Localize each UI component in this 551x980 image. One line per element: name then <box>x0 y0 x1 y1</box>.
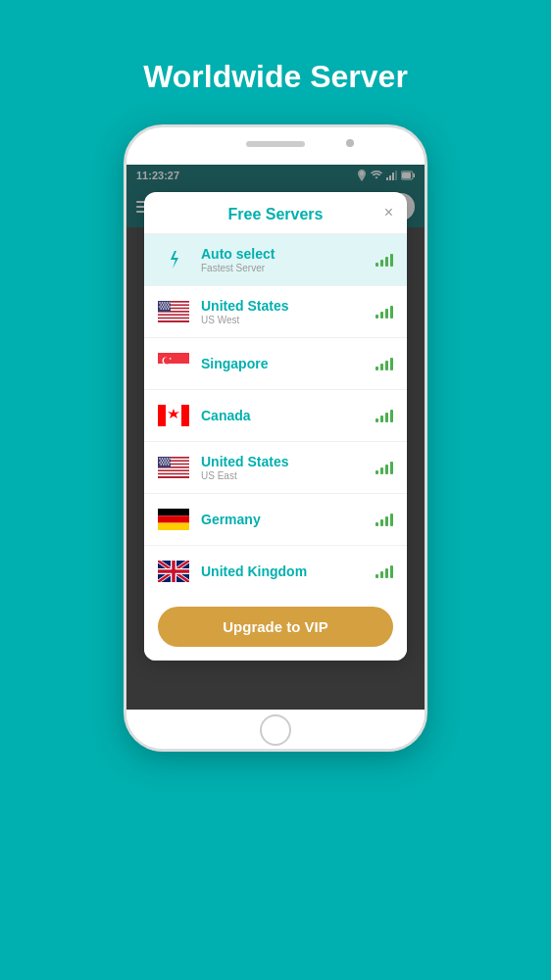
svg-point-67 <box>163 464 165 466</box>
svg-point-27 <box>159 306 161 308</box>
svg-point-35 <box>168 308 170 310</box>
de-info: Germany <box>201 512 376 527</box>
us-west-signal <box>376 305 393 318</box>
flag-ca <box>158 400 189 431</box>
svg-point-61 <box>159 462 161 464</box>
server-item-us-west[interactable]: United States US West <box>144 286 407 338</box>
svg-rect-48 <box>158 468 189 470</box>
svg-marker-9 <box>171 251 178 269</box>
sg-name: Singapore <box>201 356 376 371</box>
phone-camera <box>346 139 354 147</box>
svg-point-58 <box>163 460 165 462</box>
gb-signal <box>376 564 393 578</box>
svg-point-19 <box>162 302 164 304</box>
svg-point-69 <box>168 464 170 466</box>
auto-select-icon <box>158 244 189 275</box>
close-button[interactable]: × <box>384 205 393 220</box>
phone-screen: 11:23:27 <box>126 165 425 710</box>
svg-point-31 <box>169 306 171 308</box>
phone-speaker <box>246 141 305 147</box>
svg-rect-16 <box>158 318 189 320</box>
svg-point-60 <box>168 460 170 462</box>
svg-point-55 <box>167 458 169 460</box>
svg-rect-50 <box>158 474 189 476</box>
ca-info: Canada <box>201 408 376 423</box>
vip-upgrade-button[interactable]: Upgrade to VIP <box>158 607 393 647</box>
server-item-auto[interactable]: Auto select Fastest Server <box>144 234 407 286</box>
page-title: Worldwide Server <box>143 59 408 95</box>
phone-bottom-bar <box>126 710 425 749</box>
auto-select-name: Auto select <box>201 246 376 262</box>
auto-select-info: Auto select Fastest Server <box>201 246 376 273</box>
svg-point-24 <box>163 304 165 306</box>
de-signal <box>376 513 393 526</box>
modal-header: Free Servers × <box>144 192 407 234</box>
sg-info: Singapore <box>201 356 376 371</box>
us-west-info: United States US West <box>201 298 376 325</box>
svg-point-34 <box>165 308 167 310</box>
svg-point-52 <box>159 458 161 460</box>
svg-rect-15 <box>158 316 189 318</box>
server-item-us-east[interactable]: United States US East <box>144 442 407 494</box>
svg-point-63 <box>164 462 166 464</box>
us-east-sub: US East <box>201 470 376 481</box>
svg-point-33 <box>163 308 165 310</box>
svg-rect-42 <box>158 405 166 426</box>
svg-point-26 <box>168 304 170 306</box>
svg-point-59 <box>165 460 167 462</box>
svg-point-25 <box>165 304 167 306</box>
server-item-ca[interactable]: Canada <box>144 390 407 442</box>
sg-signal <box>376 357 393 370</box>
svg-point-65 <box>169 462 171 464</box>
svg-rect-43 <box>181 405 189 426</box>
flag-de <box>158 504 189 535</box>
modal-title: Free Servers <box>228 206 324 223</box>
svg-point-20 <box>164 302 166 304</box>
auto-select-sub: Fastest Server <box>201 263 376 273</box>
home-button[interactable] <box>260 714 291 746</box>
flag-us-east <box>158 452 189 483</box>
us-east-signal <box>376 461 393 474</box>
svg-point-53 <box>162 458 164 460</box>
svg-point-64 <box>167 462 169 464</box>
svg-point-23 <box>160 304 162 306</box>
modal-overlay: Free Servers × Auto select <box>126 165 425 710</box>
svg-rect-71 <box>158 515 189 522</box>
svg-rect-14 <box>158 313 189 315</box>
svg-point-66 <box>160 464 162 466</box>
svg-point-28 <box>162 306 164 308</box>
us-east-info: United States US East <box>201 454 376 481</box>
server-list: Auto select Fastest Server <box>144 234 407 597</box>
svg-point-57 <box>160 460 162 462</box>
us-east-name: United States <box>201 454 376 469</box>
flag-us-west <box>158 296 189 327</box>
us-west-name: United States <box>201 298 376 314</box>
modal-footer: Upgrade to VIP <box>144 597 407 661</box>
svg-point-21 <box>167 302 169 304</box>
flag-gb <box>158 556 189 587</box>
gb-info: United Kingdom <box>201 564 376 579</box>
auto-select-signal <box>376 253 393 267</box>
svg-point-32 <box>160 308 162 310</box>
svg-rect-49 <box>158 471 189 473</box>
us-west-sub: US West <box>201 315 376 325</box>
flag-sg <box>158 348 189 379</box>
svg-point-29 <box>164 306 166 308</box>
svg-point-18 <box>159 302 161 304</box>
de-name: Germany <box>201 512 376 527</box>
phone-device: 11:23:27 <box>124 124 427 752</box>
server-item-sg[interactable]: Singapore <box>144 338 407 390</box>
svg-rect-70 <box>158 509 189 515</box>
svg-point-62 <box>162 462 164 464</box>
svg-rect-37 <box>158 364 189 374</box>
svg-point-22 <box>169 302 171 304</box>
gb-name: United Kingdom <box>201 564 376 579</box>
svg-point-68 <box>165 464 167 466</box>
svg-rect-72 <box>158 523 189 530</box>
server-item-gb[interactable]: United Kingdom <box>144 546 407 597</box>
svg-point-56 <box>169 458 171 460</box>
server-modal: Free Servers × Auto select <box>144 192 407 661</box>
ca-signal <box>376 409 393 422</box>
server-item-de[interactable]: Germany <box>144 494 407 546</box>
svg-point-30 <box>167 306 169 308</box>
